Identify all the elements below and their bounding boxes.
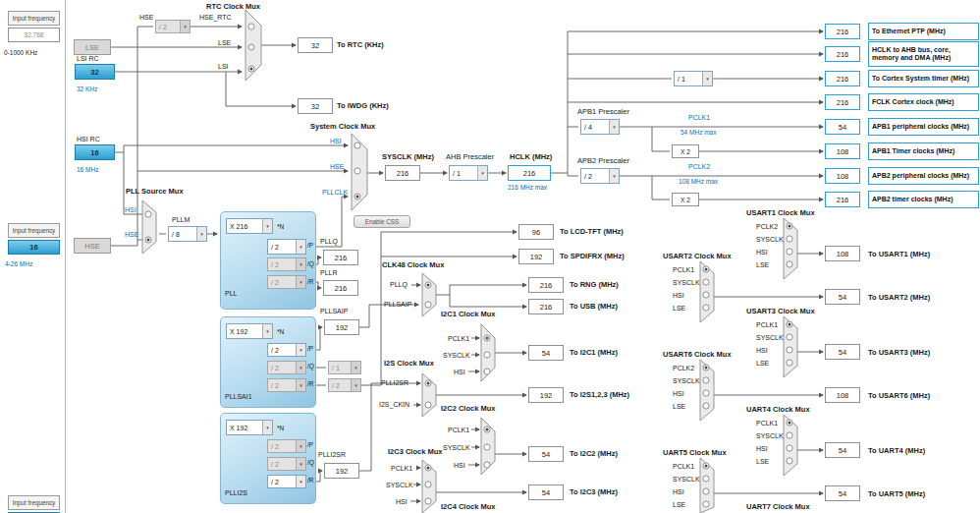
hclk-ahb-label: HCLK to AHB bus, core, memory and DMA (M… — [868, 41, 979, 67]
pllsai-n-dropdown[interactable]: X 192▾ — [226, 323, 273, 339]
radio-sys-hse[interactable] — [354, 168, 360, 174]
hclk-value-box[interactable]: 216 — [508, 165, 551, 181]
radio-i2c1-sysclk[interactable] — [484, 352, 490, 358]
radio-usart1-2[interactable] — [787, 236, 792, 242]
apb1-prescaler-dropdown[interactable]: / 4▾ — [580, 119, 620, 135]
hclk-ahb-value[interactable]: 216 — [825, 46, 860, 62]
radio-clk48-pllsaip[interactable] — [425, 302, 431, 308]
enable-css-button[interactable]: Enable CSS — [354, 215, 410, 228]
apb2-prescaler-dropdown[interactable]: / 2▾ — [580, 168, 620, 184]
radio-uart4-2[interactable] — [787, 432, 792, 438]
radio-usart3-2[interactable] — [787, 334, 792, 340]
radio-usart1-3[interactable] — [787, 249, 792, 255]
apb2-prescaler-label: APB2 Prescaler — [577, 156, 629, 165]
i2c2-pclk1-label: PCLK1 — [448, 426, 469, 434]
cortex-timer-value[interactable]: 216 — [825, 71, 860, 86]
apb1-timer-value[interactable]: 108 — [825, 143, 860, 159]
rng-label: To RNG (MHz) — [570, 280, 619, 289]
usart6-label: To USART6 (MHz) — [868, 391, 930, 400]
radio-rtc-lse[interactable] — [248, 44, 254, 50]
i2c2-label: To I2C2 (MHz) — [570, 449, 618, 458]
usart3-in2-label: SYSCLK — [756, 333, 784, 342]
lsi-rc-value-box[interactable]: 32 — [75, 64, 115, 80]
i2c3-mux-title: I2C3 Clock Mux — [388, 447, 442, 456]
radio-usart2-3[interactable] — [703, 292, 709, 298]
radio-i2c3-hsi[interactable] — [425, 498, 431, 504]
radio-uart5-2[interactable] — [703, 476, 709, 482]
pllmux-hsi-label: HSI — [125, 205, 136, 214]
chevron-down-icon: ▾ — [351, 379, 360, 391]
chevron-down-icon: ▾ — [296, 258, 305, 270]
radio-usart6-2[interactable] — [703, 377, 709, 383]
radio-uart5-3[interactable] — [703, 488, 709, 494]
apb2-timer-value[interactable]: 216 — [825, 192, 860, 207]
input-frequency-hse-value[interactable]: 16 — [8, 240, 60, 255]
pll-q-label: /Q — [307, 260, 314, 268]
usart3-label: To USART3 (MHz) — [868, 348, 930, 357]
radio-usart3-4[interactable] — [787, 360, 792, 366]
radio-usart2-4[interactable] — [703, 305, 709, 311]
plli2s-n-value: X 192 — [227, 421, 262, 434]
radio-i2c2-sysclk[interactable] — [484, 444, 490, 450]
radio-usart6-4[interactable] — [703, 403, 709, 409]
hclk-label: HCLK (MHz) — [510, 152, 552, 161]
radio-rtc-hse[interactable] — [248, 24, 254, 29]
pll-n-dropdown[interactable]: X 216▾ — [226, 218, 273, 234]
radio-pll-hsi[interactable] — [145, 211, 151, 217]
chevron-down-icon: ▾ — [196, 227, 206, 241]
apb1-periph-value[interactable]: 54 — [825, 119, 860, 135]
hsi-rc-value-box[interactable]: 16 — [75, 144, 115, 160]
clk48-mux-shape — [422, 273, 436, 316]
apb1-prescaler-label: APB1 Prescaler — [577, 107, 629, 116]
radio-usart3-3[interactable] — [787, 347, 792, 353]
ahb-prescaler-dropdown[interactable]: / 1▾ — [449, 165, 488, 181]
pllm-dropdown[interactable]: / 8▾ — [168, 226, 207, 242]
plli2s-r-dropdown[interactable]: / 2▾ — [267, 475, 306, 488]
plli2s-p-label: /P — [307, 441, 313, 449]
radio-usart6-3[interactable] — [703, 390, 709, 396]
fclk-value[interactable]: 216 — [825, 94, 860, 110]
uart5-in3-label: HSI — [673, 487, 684, 496]
radio-usart1-4[interactable] — [787, 261, 792, 267]
pll-q-dropdown: / 2▾ — [267, 257, 306, 271]
to-iwdg-label: To IWDG (KHz) — [337, 101, 389, 110]
radio-usart2-2[interactable] — [703, 279, 709, 285]
input-frequency-rtc-value[interactable]: 32.768 — [8, 28, 60, 42]
input-frequency-i2s-label: Input frequency — [8, 495, 60, 510]
pllsai-p-value: / 2 — [268, 344, 296, 356]
apb1-prescaler-value: / 4 — [581, 120, 609, 134]
rtc-lsi-label: LSI — [218, 62, 229, 71]
chevron-down-icon: ▾ — [296, 362, 305, 373]
radio-uart4-3[interactable] — [787, 445, 792, 451]
i2c3-hsi-label: HSI — [396, 497, 408, 506]
usb-value: 216 — [528, 299, 564, 314]
i2c1-pclk1-label: PCLK1 — [448, 334, 469, 343]
clk48-pllsaip-label: PLLSAIP — [384, 300, 411, 309]
usart1-in1-label: PCLK2 — [756, 222, 778, 231]
chevron-down-icon: ▾ — [262, 421, 272, 434]
lcd-tft-label: To LCD-TFT (MHz) — [560, 227, 624, 236]
radio-uart5-4[interactable] — [703, 501, 709, 507]
rtc-lse-label: LSE — [218, 38, 231, 47]
chevron-down-icon: ▾ — [296, 344, 305, 356]
plli2s-n-label: *N — [277, 425, 284, 432]
pllsai-p-dropdown[interactable]: / 2▾ — [267, 343, 306, 357]
radio-i2c1-hsi[interactable] — [484, 369, 490, 374]
radio-i2c2-hsi[interactable] — [484, 462, 490, 468]
clk48-pllq-label: PLLQ — [390, 280, 408, 289]
apb2-periph-value[interactable]: 108 — [825, 168, 860, 184]
pllsai-r-label: /R — [307, 380, 314, 388]
lsi-freq-label: 32 KHz — [77, 86, 97, 93]
cortex-timer-prescaler-dropdown[interactable]: / 1▾ — [674, 71, 713, 86]
uart5-mux-title: UART5 Clock Mux — [663, 448, 727, 457]
radio-i2c3-sysclk[interactable] — [425, 482, 431, 487]
pllsai-divq-dropdown: / 1▾ — [328, 361, 361, 374]
pllr-value-box: 216 — [323, 280, 358, 296]
pll-p-dropdown[interactable]: / 2▾ — [267, 239, 306, 255]
radio-uart4-4[interactable] — [787, 458, 792, 464]
radio-sys-hsi[interactable] — [354, 142, 360, 148]
ethernet-ptp-value[interactable]: 216 — [825, 24, 860, 39]
radio-i2s-ckin[interactable] — [425, 402, 431, 408]
plli2s-n-dropdown[interactable]: X 192▾ — [226, 420, 273, 435]
pllsai-name-label: PLLSAI1 — [225, 392, 252, 401]
